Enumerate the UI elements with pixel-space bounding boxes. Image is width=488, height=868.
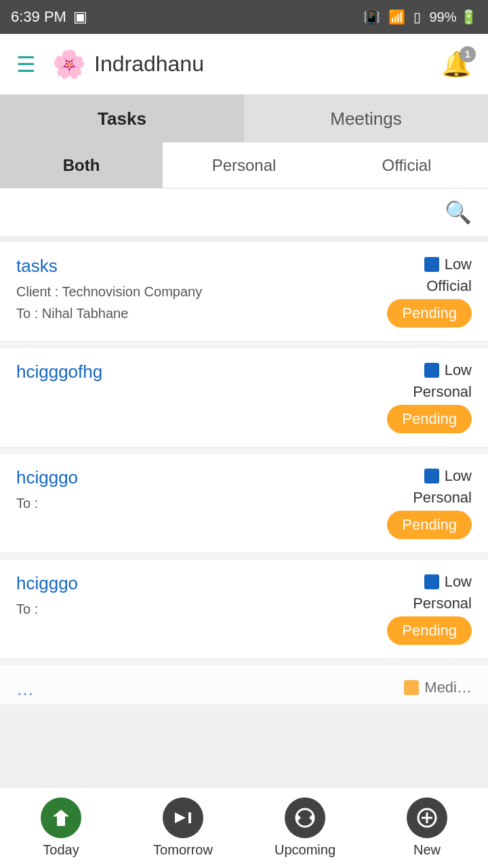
bottom-nav: Today Tomorrow Upcoming bbox=[0, 787, 488, 868]
logo-icon: 🌸 bbox=[52, 48, 86, 80]
priority-label: Low bbox=[445, 467, 472, 485]
subtab-personal[interactable]: Personal bbox=[163, 142, 325, 188]
task-to: To : Nihal Tabhane bbox=[16, 302, 370, 324]
nav-upcoming-label: Upcoming bbox=[274, 842, 336, 858]
task-right: Low Personal Pending bbox=[370, 467, 472, 539]
task-left: tasks Client : Technovision Company To :… bbox=[16, 256, 370, 324]
task-left: hcigggo To : bbox=[16, 573, 370, 620]
task-type: Personal bbox=[413, 595, 472, 612]
task-client: Client : Technovision Company bbox=[16, 281, 370, 302]
status-time: 6:39 PM bbox=[11, 8, 66, 26]
priority-label: Low bbox=[445, 256, 472, 273]
task-type: Official bbox=[426, 277, 472, 295]
task-to: To : bbox=[16, 492, 370, 514]
priority-row: Low bbox=[424, 573, 472, 591]
bell-container[interactable]: 🔔 1 bbox=[441, 50, 472, 79]
priority-dot bbox=[424, 469, 439, 484]
priority-dot-partial bbox=[404, 680, 419, 695]
status-left: 6:39 PM ▣ bbox=[11, 8, 87, 26]
task-right: Low Official Pending bbox=[370, 256, 472, 328]
status-badge: Pending bbox=[387, 405, 472, 433]
app-header: ☰ 🌸 Indradhanu 🔔 1 bbox=[0, 34, 488, 95]
nav-new-label: New bbox=[413, 842, 441, 858]
battery-icon: 99% 🔋 bbox=[429, 9, 477, 25]
status-bar: 6:39 PM ▣ 📳 📶 ▯ 99% 🔋 bbox=[0, 0, 488, 34]
task-title: hcigggofhg bbox=[16, 361, 370, 382]
status-badge: Pending bbox=[387, 616, 472, 645]
nav-new[interactable]: New bbox=[366, 787, 488, 868]
priority-dot bbox=[424, 363, 439, 378]
nav-today[interactable]: Today bbox=[0, 787, 122, 868]
task-title: tasks bbox=[16, 256, 370, 277]
task-row[interactable]: hcigggo To : Low Personal Pending bbox=[0, 453, 488, 553]
vibrate-icon: 📳 bbox=[363, 9, 380, 25]
task-left-partial: … bbox=[16, 679, 370, 704]
priority-row: Low bbox=[424, 256, 472, 273]
task-list: tasks Client : Technovision Company To :… bbox=[0, 241, 488, 705]
sub-tabs: Both Personal Official bbox=[0, 142, 488, 189]
priority-label: Low bbox=[445, 361, 472, 379]
priority-row-partial: Medi… bbox=[404, 679, 472, 696]
status-icon-screen: ▣ bbox=[73, 8, 87, 26]
task-row-partial[interactable]: … Medi… bbox=[0, 665, 488, 705]
hamburger-menu[interactable]: ☰ bbox=[16, 52, 36, 77]
today-icon bbox=[41, 797, 81, 838]
status-right: 📳 📶 ▯ 99% 🔋 bbox=[363, 9, 477, 25]
subtab-both[interactable]: Both bbox=[0, 142, 163, 188]
priority-dot bbox=[424, 257, 439, 272]
main-tabs: Tasks Meetings bbox=[0, 95, 488, 142]
priority-label-partial: Medi… bbox=[424, 679, 472, 696]
priority-label: Low bbox=[445, 573, 472, 591]
task-row[interactable]: hcigggo To : Low Personal Pending bbox=[0, 559, 488, 659]
tab-meetings[interactable]: Meetings bbox=[244, 95, 488, 142]
sim-icon: ▯ bbox=[413, 9, 421, 25]
svg-rect-2 bbox=[188, 812, 191, 823]
task-type: Personal bbox=[413, 383, 472, 401]
task-type: Personal bbox=[413, 489, 472, 507]
task-title: hcigggo bbox=[16, 573, 370, 594]
subtab-official[interactable]: Official bbox=[325, 142, 488, 188]
task-row[interactable]: tasks Client : Technovision Company To :… bbox=[0, 241, 488, 342]
task-left: hcigggo To : bbox=[16, 467, 370, 514]
app-title: Indradhanu bbox=[94, 52, 204, 77]
task-title-partial: … bbox=[16, 679, 370, 700]
tab-tasks[interactable]: Tasks bbox=[0, 95, 244, 142]
logo-area: 🌸 Indradhanu bbox=[52, 48, 204, 80]
priority-dot bbox=[424, 574, 439, 589]
priority-row: Low bbox=[424, 361, 472, 379]
header-left: ☰ 🌸 Indradhanu bbox=[16, 48, 204, 80]
priority-row: Low bbox=[424, 467, 472, 485]
task-row[interactable]: hcigggofhg Low Personal Pending bbox=[0, 347, 488, 448]
nav-upcoming[interactable]: Upcoming bbox=[244, 787, 366, 868]
notification-badge: 1 bbox=[460, 46, 476, 62]
search-row: 🔍 bbox=[0, 189, 488, 236]
svg-marker-0 bbox=[53, 810, 69, 826]
task-right-partial: Medi… bbox=[370, 679, 472, 696]
svg-marker-4 bbox=[297, 814, 301, 822]
task-right: Low Personal Pending bbox=[370, 573, 472, 645]
task-left: hcigggofhg bbox=[16, 361, 370, 387]
wifi-icon: 📶 bbox=[388, 9, 405, 25]
search-button[interactable]: 🔍 bbox=[445, 199, 472, 225]
upcoming-icon bbox=[285, 797, 325, 838]
svg-marker-1 bbox=[175, 812, 186, 823]
tomorrow-icon bbox=[163, 797, 203, 838]
nav-tomorrow-label: Tomorrow bbox=[153, 842, 213, 858]
task-title: hcigggo bbox=[16, 467, 370, 488]
status-badge: Pending bbox=[387, 511, 472, 539]
task-right: Low Personal Pending bbox=[370, 361, 472, 433]
new-icon bbox=[407, 797, 447, 838]
task-to: To : bbox=[16, 598, 370, 620]
status-badge: Pending bbox=[387, 299, 472, 328]
svg-marker-5 bbox=[309, 814, 313, 822]
nav-today-label: Today bbox=[43, 842, 79, 858]
nav-tomorrow[interactable]: Tomorrow bbox=[122, 787, 244, 868]
